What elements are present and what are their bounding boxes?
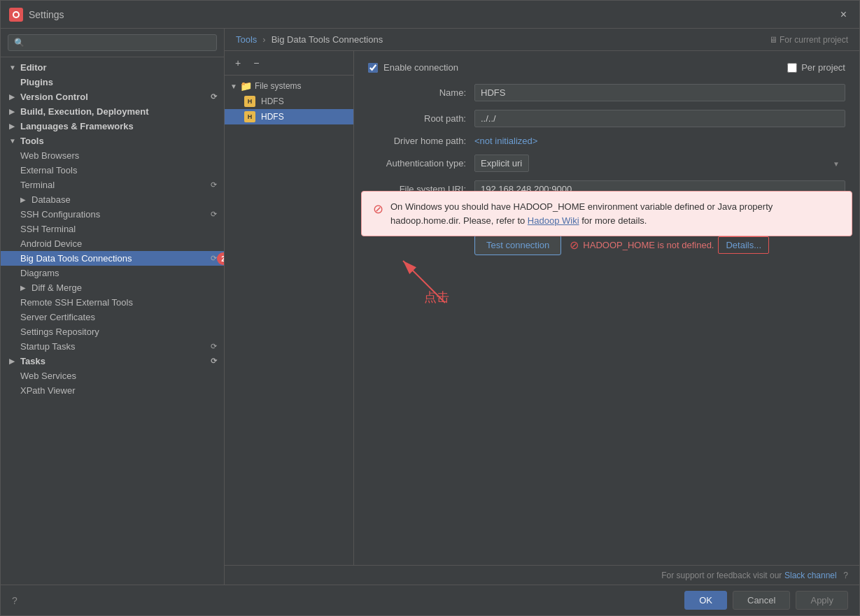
close-button[interactable]: × bbox=[836, 7, 851, 22]
hadoop-wiki-link[interactable]: Hadoop Wiki bbox=[528, 215, 579, 226]
arrow-text: 点击 bbox=[424, 289, 449, 306]
enable-connection-checkbox[interactable] bbox=[368, 63, 378, 73]
chevron-icon bbox=[20, 196, 29, 203]
enable-connection-label: Enable connection bbox=[383, 62, 458, 73]
error-popup-icon: ⊘ bbox=[373, 201, 383, 217]
sidebar-item-label: Big Data Tools Connections bbox=[20, 253, 132, 264]
breadcrumb-parent[interactable]: Tools bbox=[236, 34, 257, 45]
add-connection-button[interactable]: + bbox=[230, 55, 246, 71]
chevron-icon bbox=[9, 93, 17, 101]
apply-button[interactable]: Apply bbox=[796, 591, 848, 610]
sidebar-item-label: Tasks bbox=[20, 356, 45, 366]
sync-icon: ⟳ bbox=[211, 180, 217, 189]
tree-panel: + − ▼ 📁 File systems H HDFS bbox=[225, 51, 354, 565]
sidebar-item-build[interactable]: Build, Execution, Deployment bbox=[1, 104, 224, 119]
sidebar-item-label: Version Control bbox=[20, 92, 88, 102]
error-icon: ⊘ bbox=[570, 238, 579, 252]
hdfs-icon: H bbox=[244, 96, 255, 107]
details-button[interactable]: Details... bbox=[718, 236, 769, 254]
sidebar-item-startup-tasks[interactable]: Startup Tasks ⟳ bbox=[1, 339, 224, 354]
root-path-label: Root path: bbox=[368, 113, 466, 124]
sidebar-item-label: Plugins bbox=[20, 77, 53, 87]
sidebar-item-big-data-tools[interactable]: Big Data Tools Connections ⟳ 2 bbox=[1, 251, 224, 266]
name-row: Name: bbox=[368, 84, 845, 101]
sidebar-item-database[interactable]: Database bbox=[1, 192, 224, 207]
svg-point-2 bbox=[14, 13, 18, 17]
driver-home-row: Driver home path: <not initialized> bbox=[368, 136, 845, 146]
root-path-input[interactable] bbox=[474, 110, 845, 127]
chevron-icon bbox=[9, 137, 17, 145]
tree-item-label: HDFS bbox=[261, 96, 284, 106]
sync-icon: ⟳ bbox=[211, 342, 217, 351]
sidebar-item-label: Terminal bbox=[20, 180, 55, 190]
driver-home-link[interactable]: <not initialized> bbox=[474, 136, 537, 146]
slack-link[interactable]: Slack channel bbox=[784, 571, 837, 580]
sidebar-item-label: Diagrams bbox=[20, 268, 59, 278]
sidebar-item-version-control[interactable]: Version Control ⟳ bbox=[1, 89, 224, 104]
breadcrumb-project[interactable]: 🖥 For current project bbox=[769, 35, 848, 45]
tree-item-label: File systems bbox=[255, 81, 302, 91]
sidebar-item-diff-merge[interactable]: Diff & Merge bbox=[1, 280, 224, 295]
sidebar-item-tools[interactable]: Tools bbox=[1, 134, 224, 148]
sidebar-item-ssh-configurations[interactable]: SSH Configurations ⟳ bbox=[1, 207, 224, 222]
search-bar bbox=[1, 29, 224, 57]
tree-item-filesystems[interactable]: ▼ 📁 File systems bbox=[225, 78, 353, 94]
sidebar-item-label: Server Certificates bbox=[20, 312, 95, 322]
cancel-button[interactable]: Cancel bbox=[733, 591, 790, 610]
sidebar-item-editor[interactable]: Editor bbox=[1, 60, 224, 75]
chevron-icon bbox=[9, 357, 17, 365]
tree-item-label: HDFS bbox=[261, 112, 284, 122]
per-project-label: Per project bbox=[801, 62, 845, 73]
sidebar-item-diagrams[interactable]: Diagrams bbox=[1, 266, 224, 280]
sidebar-tree: Editor Plugins Version Control ⟳ Build, … bbox=[1, 57, 224, 585]
sidebar-item-xpath-viewer[interactable]: XPath Viewer bbox=[1, 383, 224, 398]
chevron-icon bbox=[9, 122, 17, 130]
search-input[interactable] bbox=[8, 34, 217, 51]
step2-badge: 2 bbox=[217, 252, 224, 265]
breadcrumb-separator: › bbox=[262, 34, 265, 45]
arrow-annotation: 点击 bbox=[382, 254, 466, 312]
sidebar-item-label: External Tools bbox=[20, 165, 77, 176]
remove-connection-button[interactable]: − bbox=[248, 55, 264, 71]
sidebar-item-settings-repository[interactable]: Settings Repository bbox=[1, 324, 224, 339]
sidebar-item-label: Diff & Merge bbox=[31, 282, 82, 293]
sidebar-item-external-tools[interactable]: External Tools bbox=[1, 163, 224, 178]
ok-button[interactable]: OK bbox=[684, 591, 727, 610]
sidebar-item-label: Database bbox=[31, 194, 71, 205]
sidebar-item-android-device[interactable]: Android Device bbox=[1, 236, 224, 251]
tree-item-hdfs-2[interactable]: H HDFS bbox=[225, 109, 353, 124]
sidebar-item-web-services[interactable]: Web Services bbox=[1, 368, 224, 383]
sidebar-item-label: Build, Execution, Deployment bbox=[20, 106, 148, 117]
support-bar: For support or feedback visit our Slack … bbox=[225, 565, 859, 585]
enable-left: Enable connection bbox=[368, 62, 458, 73]
help-icon[interactable]: ? bbox=[843, 571, 848, 580]
sidebar-item-label: Editor bbox=[20, 62, 47, 73]
sidebar-item-web-browsers[interactable]: Web Browsers bbox=[1, 148, 224, 163]
config-panel: Enable connection Per project Name: bbox=[354, 51, 859, 565]
sidebar-item-server-certificates[interactable]: Server Certificates bbox=[1, 310, 224, 324]
sidebar-item-terminal[interactable]: Terminal ⟳ bbox=[1, 178, 224, 192]
tree-item-hdfs-1[interactable]: H HDFS bbox=[225, 94, 353, 109]
sidebar-item-label: Startup Tasks bbox=[20, 341, 76, 352]
sidebar-item-tasks[interactable]: Tasks ⟳ bbox=[1, 354, 224, 368]
sidebar-item-label: Web Services bbox=[20, 371, 76, 381]
sidebar-item-ssh-terminal[interactable]: SSH Terminal bbox=[1, 222, 224, 236]
help-button[interactable]: ? bbox=[12, 595, 17, 606]
sidebar-item-remote-ssh[interactable]: Remote SSH External Tools bbox=[1, 295, 224, 310]
error-popup-text: On Windows you should have HADOOP_HOME e… bbox=[390, 200, 840, 227]
sidebar-item-languages[interactable]: Languages & Frameworks bbox=[1, 119, 224, 134]
per-project-checkbox[interactable] bbox=[787, 63, 797, 73]
dialog-title: Settings bbox=[29, 9, 836, 20]
name-input[interactable] bbox=[474, 84, 845, 101]
enable-connection-row: Enable connection Per project bbox=[368, 62, 845, 73]
sidebar: Editor Plugins Version Control ⟳ Build, … bbox=[1, 29, 225, 585]
auth-type-select-wrapper: Explicit uri bbox=[474, 155, 845, 172]
test-connection-button[interactable]: Test connection bbox=[474, 235, 561, 255]
sidebar-item-label: Remote SSH External Tools bbox=[20, 297, 133, 308]
auth-type-select[interactable]: Explicit uri bbox=[474, 155, 529, 172]
sidebar-item-plugins[interactable]: Plugins bbox=[1, 75, 224, 89]
panel-body: + − ▼ 📁 File systems H HDFS bbox=[225, 51, 859, 565]
tree-toolbar: + − bbox=[225, 51, 353, 76]
sidebar-item-label: SSH Terminal bbox=[20, 224, 76, 234]
footer: ? OK Cancel Apply bbox=[1, 585, 859, 615]
